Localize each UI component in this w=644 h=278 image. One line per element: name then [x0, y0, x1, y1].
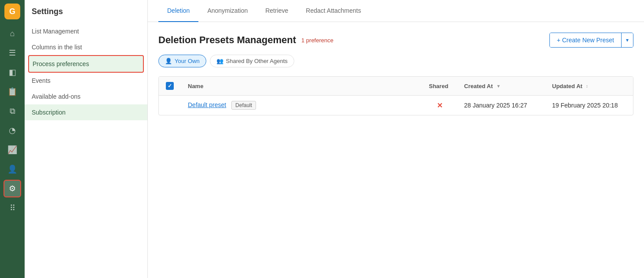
sidebar-item-list-management[interactable]: List Management	[25, 23, 147, 39]
th-name: Name	[181, 77, 422, 96]
row-updated-cell: 19 February 2025 20:18	[545, 96, 633, 115]
page-header: Deletion Presets Management 1 preference…	[158, 33, 633, 48]
th-checkbox: ✓	[159, 77, 181, 96]
th-created-at[interactable]: Created At ▼	[457, 77, 545, 96]
main-content: Deletion Anonymization Retrieve Redact A…	[148, 0, 644, 278]
invoice-nav-icon[interactable]: 📋	[4, 83, 21, 100]
row-name-cell: Default preset Default	[181, 96, 422, 115]
bookmark-nav-icon[interactable]: ◧	[4, 63, 21, 81]
presets-table: ✓ Name Shared Created At ▼	[159, 77, 633, 115]
layers-nav-icon[interactable]: ⧉	[4, 102, 21, 120]
people-nav-icon[interactable]: 👤	[4, 160, 21, 178]
app-logo-icon: G	[9, 7, 15, 16]
page-header-left: Deletion Presets Management 1 preference	[158, 34, 333, 46]
presets-table-container: ✓ Name Shared Created At ▼	[158, 76, 633, 115]
your-own-label: Your Own	[175, 58, 200, 64]
chart-nav-icon[interactable]: 📈	[4, 141, 21, 159]
tab-anonymization[interactable]: Anonymization	[198, 0, 256, 22]
created-sort-icon: ▼	[496, 84, 501, 89]
create-preset-button-group[interactable]: + Create New Preset ▾	[549, 33, 633, 48]
default-badge: Default	[231, 101, 256, 110]
shared-x-icon: ✕	[437, 102, 443, 109]
home-nav-icon[interactable]: ⌂	[4, 25, 21, 42]
filter-your-own[interactable]: 👤 Your Own	[158, 55, 206, 67]
sidebar-item-columns[interactable]: Columns in the list	[25, 39, 147, 55]
sidebar-item-events[interactable]: Events	[25, 73, 147, 89]
preference-badge: 1 preference	[301, 37, 333, 44]
preset-name-link[interactable]: Default preset	[188, 101, 226, 108]
clock-nav-icon[interactable]: ◔	[4, 122, 21, 139]
updated-sort-icon: ↕	[586, 84, 588, 89]
filter-shared-other-agents[interactable]: 👥 Shared By Other Agents	[210, 55, 294, 67]
th-created-sort[interactable]: Created At ▼	[464, 83, 538, 89]
th-updated-at[interactable]: Updated At ↕	[545, 77, 633, 96]
sidebar-title: Settings	[25, 7, 147, 23]
th-updated-sort[interactable]: Updated At ↕	[552, 83, 626, 89]
sidebar-item-subscription[interactable]: Subscription	[25, 104, 147, 120]
page-title: Deletion Presets Management	[158, 34, 296, 46]
tab-bar: Deletion Anonymization Retrieve Redact A…	[148, 0, 644, 22]
sidebar-item-process-preferences[interactable]: Process preferences	[28, 55, 144, 73]
list-nav-icon[interactable]: ☰	[4, 44, 21, 62]
table-header: ✓ Name Shared Created At ▼	[159, 77, 633, 96]
app-logo: G	[4, 4, 20, 19]
table-header-row: ✓ Name Shared Created At ▼	[159, 77, 633, 96]
sidebar-item-available-addons[interactable]: Available add-ons	[25, 89, 147, 104]
icon-nav: G ⌂ ☰ ◧ 📋 ⧉ ◔ 📈 👤 ⚙ ⠿	[0, 0, 25, 278]
row-created-cell: 28 January 2025 16:27	[457, 96, 545, 115]
create-preset-dropdown-arrow[interactable]: ▾	[621, 33, 633, 47]
shared-other-icon: 👥	[216, 58, 223, 64]
tab-redact-attachments[interactable]: Redact Attachments	[297, 0, 370, 22]
shared-other-label: Shared By Other Agents	[226, 58, 288, 64]
header-checkbox[interactable]: ✓	[166, 82, 174, 90]
grid-nav-icon[interactable]: ⠿	[4, 199, 21, 217]
table-body: Default preset Default ✕ 28 January 2025…	[159, 96, 633, 115]
your-own-icon: 👤	[165, 58, 172, 64]
filter-buttons: 👤 Your Own 👥 Shared By Other Agents	[158, 55, 633, 67]
content-area: Deletion Presets Management 1 preference…	[148, 22, 644, 278]
tab-deletion[interactable]: Deletion	[158, 0, 198, 22]
settings-nav-icon[interactable]: ⚙	[4, 180, 21, 197]
tab-retrieve[interactable]: Retrieve	[256, 0, 297, 22]
create-preset-button[interactable]: + Create New Preset	[550, 33, 621, 47]
sidebar: Settings List Management Columns in the …	[25, 0, 148, 278]
table-row: Default preset Default ✕ 28 January 2025…	[159, 96, 633, 115]
row-shared-cell: ✕	[422, 96, 457, 115]
th-shared: Shared	[422, 77, 457, 96]
row-checkbox-cell	[159, 96, 181, 115]
